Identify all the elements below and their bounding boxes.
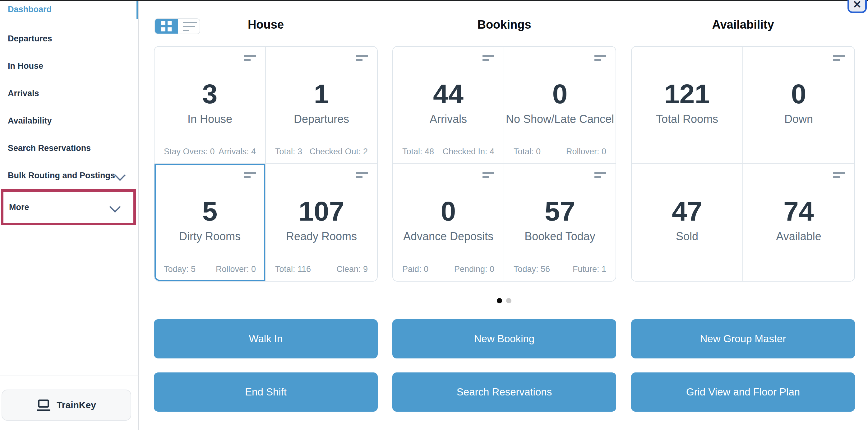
stat-value: 121 (632, 79, 742, 109)
stat-label: Ready Rooms (266, 230, 377, 243)
stat-card-dirty-rooms[interactable]: 5 Dirty Rooms Today: 5Rollover: 0 (155, 164, 266, 281)
sidebar-item-departures[interactable]: Departures (0, 25, 138, 52)
stat-label: Arrivals (393, 112, 504, 126)
stat-value: 3 (155, 79, 265, 109)
stat-value: 1 (266, 79, 377, 109)
stat-card-arrivals[interactable]: 44 Arrivals Total: 48Checked In: 4 (393, 47, 504, 164)
sidebar-item-dashboard[interactable]: Dashboard (0, 0, 138, 19)
stat-footer-left: Today: 5 (164, 264, 195, 274)
stat-footer-right: Arrivals: 4 (219, 147, 256, 156)
availability-card-group: 121 Total Rooms 0 Down 47 Sold 74 Availa… (631, 46, 855, 282)
card-menu-icon[interactable] (356, 172, 368, 180)
stat-card-down[interactable]: 0 Down (743, 47, 854, 164)
search-reservations-button[interactable]: Search Reservations (392, 372, 616, 412)
sidebar: Dashboard Departures In House Arrivals A… (0, 0, 139, 430)
sidebar-item-label: Departures (8, 34, 52, 44)
stat-footer-left: Stay Overs: 0 (164, 147, 215, 156)
stat-label: Total Rooms (632, 112, 742, 126)
active-indicator (136, 0, 138, 19)
sidebar-divider (0, 376, 139, 376)
stat-footer-right: Clean: 9 (336, 264, 368, 274)
stat-footer-right: Rollover: 0 (216, 264, 256, 274)
stat-footer-left: Total: 0 (514, 147, 540, 156)
stat-label: Dirty Rooms (155, 230, 265, 243)
stat-footer-right: Pending: 0 (454, 264, 494, 274)
stat-footer-left: Total: 116 (275, 264, 311, 274)
trainkey-label: TrainKey (57, 400, 96, 410)
house-card-group: 3 In House Stay Overs: 0Arrivals: 4 1 De… (154, 46, 378, 282)
sidebar-item-label: Arrivals (8, 89, 39, 98)
stat-card-total-rooms[interactable]: 121 Total Rooms (632, 47, 743, 164)
stat-label: No Show/Late Cancel (504, 112, 616, 126)
stat-value: 47 (632, 196, 742, 227)
sidebar-item-label: Bulk Routing and Postings (8, 171, 115, 180)
stat-value: 107 (266, 196, 377, 227)
stat-value: 5 (155, 196, 265, 227)
stat-value: 57 (504, 196, 616, 227)
dashboard-page: ✕ Dashboard Departures In House Arrivals… (0, 0, 868, 430)
stat-value: 74 (743, 196, 854, 227)
sidebar-item-in-house[interactable]: In House (0, 52, 138, 80)
stat-label: Booked Today (504, 230, 616, 243)
end-shift-button[interactable]: End Shift (154, 372, 378, 412)
sidebar-item-label: Search Reservations (8, 143, 91, 153)
sidebar-item-search-reservations[interactable]: Search Reservations (0, 135, 138, 162)
stat-value: 0 (504, 79, 616, 109)
chevron-down-icon (111, 202, 119, 210)
stat-card-booked-today[interactable]: 57 Booked Today Today: 56Future: 1 (504, 164, 616, 281)
grid-view-floor-plan-button[interactable]: Grid View and Floor Plan (631, 372, 855, 412)
stat-card-no-show[interactable]: 0 No Show/Late Cancel Total: 0Rollover: … (504, 47, 616, 164)
card-menu-icon[interactable] (244, 172, 256, 180)
stat-card-advance-deposits[interactable]: 0 Advance Deposits Paid: 0Pending: 0 (393, 164, 504, 281)
stat-card-available[interactable]: 74 Available (743, 164, 854, 281)
card-menu-icon[interactable] (483, 55, 494, 63)
sidebar-item-availability[interactable]: Availability (0, 107, 138, 135)
card-menu-icon[interactable] (833, 172, 845, 180)
new-group-master-button[interactable]: New Group Master (631, 319, 855, 359)
page-dot-1[interactable] (497, 298, 502, 304)
stat-label: Sold (632, 230, 742, 243)
stat-card-departures[interactable]: 1 Departures Total: 3Checked Out: 2 (266, 47, 377, 164)
stat-card-in-house[interactable]: 3 In House Stay Overs: 0Arrivals: 4 (155, 47, 266, 164)
card-menu-icon[interactable] (483, 172, 494, 180)
close-button[interactable]: ✕ (847, 0, 867, 13)
card-menu-icon[interactable] (356, 55, 368, 63)
stat-label: Departures (266, 112, 377, 126)
bookings-card-group: 44 Arrivals Total: 48Checked In: 4 0 No … (392, 46, 616, 282)
sidebar-item-label: Dashboard (8, 5, 52, 14)
stat-label: In House (155, 112, 265, 126)
stat-card-sold[interactable]: 47 Sold (632, 164, 743, 281)
chevron-down-icon (116, 171, 123, 178)
walk-in-button[interactable]: Walk In (154, 319, 378, 359)
sidebar-nav: Departures In House Arrivals Availabilit… (0, 19, 138, 225)
stat-footer-right: Checked In: 4 (442, 147, 494, 156)
section-title-availability: Availability (631, 18, 855, 31)
stat-footer-right: Rollover: 0 (566, 147, 606, 156)
page-dot-2[interactable] (506, 298, 512, 304)
sidebar-item-arrivals[interactable]: Arrivals (0, 80, 138, 107)
new-booking-button[interactable]: New Booking (392, 319, 616, 359)
carousel-pagination (497, 298, 512, 304)
stat-footer-left: Total: 3 (275, 147, 302, 156)
sidebar-item-label: In House (8, 61, 43, 71)
close-icon: ✕ (853, 0, 862, 11)
section-title-bookings: Bookings (392, 18, 616, 31)
stat-footer-left: Paid: 0 (402, 264, 428, 274)
trainkey-button[interactable]: TrainKey (2, 390, 131, 421)
sidebar-item-bulk-routing[interactable]: Bulk Routing and Postings (0, 162, 138, 189)
card-menu-icon[interactable] (833, 55, 845, 63)
stat-footer-left: Today: 56 (514, 264, 550, 274)
sidebar-item-label: Availability (8, 116, 52, 126)
card-menu-icon[interactable] (594, 172, 606, 180)
stat-value: 0 (393, 196, 504, 227)
sidebar-item-more[interactable]: More (1, 189, 136, 225)
stat-footer-right: Checked Out: 2 (309, 147, 368, 156)
stat-label: Advance Deposits (393, 230, 504, 243)
stat-card-ready-rooms[interactable]: 107 Ready Rooms Total: 116Clean: 9 (266, 164, 377, 281)
stat-footer-right: Future: 1 (572, 264, 606, 274)
card-menu-icon[interactable] (244, 55, 256, 63)
stat-label: Down (743, 112, 854, 126)
card-menu-icon[interactable] (594, 55, 606, 63)
stat-label: Available (743, 230, 854, 243)
laptop-icon (37, 400, 50, 411)
